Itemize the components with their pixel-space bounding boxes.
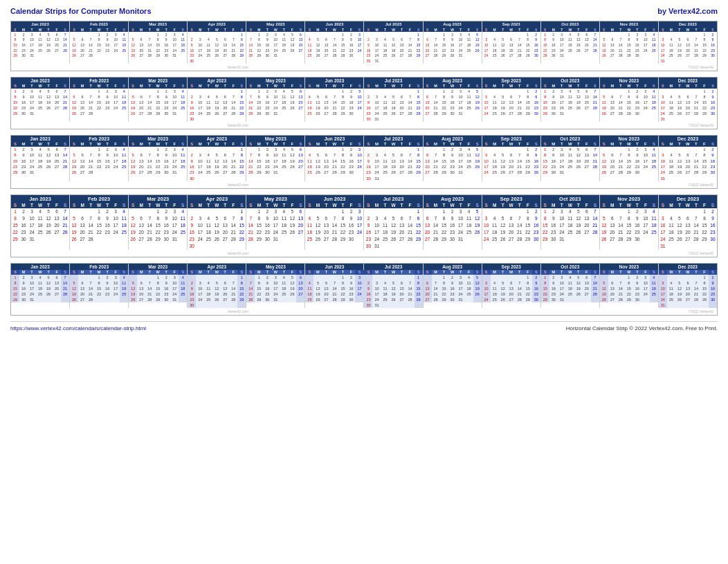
day-cell bbox=[398, 89, 406, 94]
days-grid: 1234567891011121314151617181920212223242… bbox=[364, 275, 422, 308]
day-cell: 20 bbox=[53, 158, 61, 163]
day-cell: 9 bbox=[633, 280, 641, 286]
day-cell: 9 bbox=[162, 94, 170, 100]
day-cell: 7 bbox=[330, 215, 338, 222]
dow-cell: M bbox=[78, 27, 87, 32]
month-block: Oct 2023SMTWTFS1234567891011121314151617… bbox=[541, 195, 600, 250]
day-cell: 21 bbox=[246, 48, 255, 53]
day-cell: 6 bbox=[608, 37, 617, 43]
day-cell: 18 bbox=[179, 286, 187, 291]
day-cell: 1 bbox=[415, 208, 423, 215]
day-cell: 20 bbox=[424, 164, 432, 170]
day-cell: 6 bbox=[137, 280, 145, 286]
day-cell: 1 bbox=[541, 147, 549, 152]
day-cell: 7 bbox=[406, 94, 415, 100]
days-grid: 1234567891011121314151617181920212223242… bbox=[246, 32, 304, 58]
month-block: Apr 2023SMTWTFS 123456789101112131415161… bbox=[188, 136, 246, 181]
day-cell: 1 bbox=[415, 89, 423, 94]
week-row: 1234 bbox=[129, 32, 187, 37]
day-cell: 10 bbox=[355, 37, 363, 43]
dow-cell: T bbox=[692, 270, 700, 275]
day-cell: 16 bbox=[188, 48, 196, 53]
day-cell bbox=[432, 147, 440, 152]
dow-cell: M bbox=[19, 84, 28, 89]
day-cell: 11 bbox=[36, 37, 44, 43]
week-row: 262728 bbox=[70, 170, 128, 175]
day-cell: 12 bbox=[212, 222, 221, 229]
day-cell: 12 bbox=[129, 222, 137, 229]
day-cell bbox=[61, 170, 69, 175]
day-cell: 2 bbox=[549, 89, 558, 94]
day-cell: 9 bbox=[103, 215, 111, 222]
month-title: Oct 2023 bbox=[541, 78, 599, 84]
day-cell: 13 bbox=[684, 158, 692, 163]
day-cell: 16 bbox=[263, 222, 271, 229]
dow-cell: T bbox=[633, 203, 641, 208]
day-cell: 27 bbox=[78, 170, 87, 175]
week-row: 10111213141516 bbox=[659, 158, 717, 163]
day-cell: 26 bbox=[288, 229, 296, 236]
dow-cell: M bbox=[667, 270, 675, 275]
day-cell: 15 bbox=[415, 158, 423, 163]
month-title: Aug 2023 bbox=[424, 136, 482, 142]
month-block: Apr 2023SMTWTFS 123456789101112131415161… bbox=[188, 21, 246, 64]
month-title: May 2023 bbox=[246, 264, 304, 270]
day-cell: 13 bbox=[137, 42, 145, 48]
day-cell: 16 bbox=[448, 100, 457, 105]
dow-row: SMTWTFS bbox=[482, 203, 540, 208]
day-cell bbox=[145, 32, 154, 37]
day-cell: 15 bbox=[95, 222, 103, 229]
day-cell: 31 bbox=[659, 175, 667, 181]
day-cell: 16 bbox=[347, 222, 355, 229]
day-cell: 23 bbox=[19, 48, 28, 53]
day-cell: 16 bbox=[162, 286, 170, 291]
day-cell: 14 bbox=[61, 215, 69, 222]
day-cell: 9 bbox=[532, 152, 540, 158]
week-row: 16171819202122 bbox=[364, 164, 422, 170]
day-cell: 8 bbox=[255, 280, 263, 286]
day-cell: 10 bbox=[482, 286, 491, 291]
day-cell: 21 bbox=[229, 229, 237, 236]
dow-row: SMTWTFS bbox=[129, 84, 187, 89]
day-cell: 23 bbox=[364, 53, 372, 58]
month-title: Dec 2023 bbox=[659, 195, 717, 203]
day-cell bbox=[424, 275, 432, 280]
day-cell: 9 bbox=[633, 37, 641, 43]
day-cell: 11 bbox=[491, 42, 499, 48]
dow-cell: S bbox=[11, 27, 19, 32]
day-cell bbox=[667, 116, 675, 122]
day-cell: 19 bbox=[288, 100, 296, 105]
month-block: Jan 2023SMTWTFS1234567891011121314151617… bbox=[11, 78, 70, 122]
dow-cell: M bbox=[372, 84, 381, 89]
day-cell: 8 bbox=[625, 152, 633, 158]
dow-cell: T bbox=[162, 203, 170, 208]
months-container: Jan 2023SMTWTFS1234567891011121314151617… bbox=[11, 195, 717, 250]
day-cell bbox=[188, 275, 196, 280]
day-cell: 27 bbox=[398, 111, 406, 116]
day-cell: 15 bbox=[700, 100, 709, 105]
day-cell: 27 bbox=[608, 111, 617, 116]
dow-cell: M bbox=[372, 27, 381, 32]
dow-cell: T bbox=[617, 84, 625, 89]
day-cell: 16 bbox=[633, 100, 641, 105]
week-row: 293031 bbox=[11, 236, 69, 243]
day-cell: 24 bbox=[111, 229, 120, 236]
month-title: Jun 2023 bbox=[305, 195, 363, 203]
week-row: 23242526272829 bbox=[364, 53, 422, 58]
day-cell: 24 bbox=[355, 48, 363, 53]
day-cell: 17 bbox=[372, 105, 381, 111]
day-cell: 7 bbox=[87, 215, 95, 222]
day-cell: 15 bbox=[700, 158, 709, 163]
day-cell: 22 bbox=[541, 229, 549, 236]
day-cell: 10 bbox=[641, 215, 650, 222]
week-row: 12 bbox=[659, 275, 717, 280]
day-cell: 24 bbox=[111, 291, 120, 297]
days-grid: 1234567891011121314151617181920212223242… bbox=[659, 32, 717, 64]
dow-cell: M bbox=[491, 27, 499, 32]
day-cell: 9 bbox=[709, 94, 717, 100]
day-cell: 14 bbox=[432, 158, 440, 163]
days-grid: 1234567891011121314151617181920212223242… bbox=[188, 147, 246, 181]
day-cell: 11 bbox=[566, 280, 574, 286]
day-cell: 29 bbox=[524, 53, 532, 58]
day-cell: 13 bbox=[684, 222, 692, 229]
